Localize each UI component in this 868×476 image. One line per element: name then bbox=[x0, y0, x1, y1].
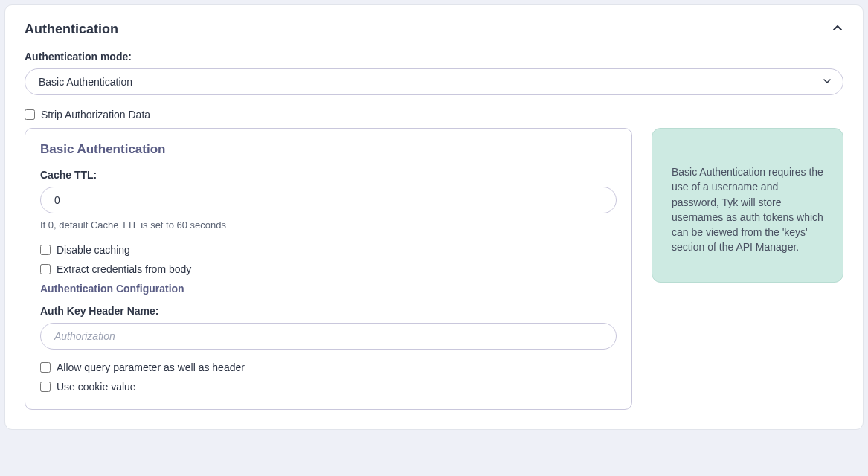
use-cookie-label[interactable]: Use cookie value bbox=[57, 381, 136, 393]
basic-auth-panel: Basic Authentication Cache TTL: If 0, de… bbox=[25, 128, 632, 410]
extract-creds-row: Extract credentials from body bbox=[40, 263, 617, 275]
chevron-up-icon bbox=[832, 22, 843, 34]
strip-auth-row: Strip Authorization Data bbox=[25, 109, 843, 120]
extract-creds-checkbox[interactable] bbox=[40, 264, 51, 274]
cache-ttl-hint: If 0, default Cache TTL is set to 60 sec… bbox=[40, 219, 617, 231]
panel-header: Authentication bbox=[25, 22, 843, 37]
panel-title: Authentication bbox=[25, 22, 118, 37]
info-box: Basic Authentication requires the use of… bbox=[652, 128, 843, 283]
allow-query-row: Allow query parameter as well as header bbox=[40, 361, 617, 373]
auth-header-input[interactable] bbox=[40, 323, 617, 350]
auth-header-label: Auth Key Header Name: bbox=[40, 305, 617, 317]
left-column: Basic Authentication Cache TTL: If 0, de… bbox=[25, 128, 632, 410]
cache-ttl-input[interactable] bbox=[40, 187, 617, 213]
right-column: Basic Authentication requires the use of… bbox=[652, 128, 843, 283]
columns: Basic Authentication Cache TTL: If 0, de… bbox=[25, 128, 843, 410]
auth-mode-select-wrap bbox=[25, 68, 843, 95]
strip-auth-checkbox[interactable] bbox=[25, 109, 35, 120]
disable-caching-row: Disable caching bbox=[40, 244, 617, 256]
auth-config-subtitle: Authentication Configuration bbox=[40, 283, 617, 295]
cache-ttl-label: Cache TTL: bbox=[40, 169, 617, 181]
use-cookie-checkbox[interactable] bbox=[40, 382, 51, 392]
disable-caching-label[interactable]: Disable caching bbox=[57, 244, 130, 256]
auth-mode-select[interactable] bbox=[25, 68, 843, 95]
basic-auth-title: Basic Authentication bbox=[40, 142, 617, 157]
allow-query-checkbox[interactable] bbox=[40, 362, 51, 373]
use-cookie-row: Use cookie value bbox=[40, 381, 617, 393]
collapse-toggle[interactable] bbox=[832, 22, 843, 36]
strip-auth-label[interactable]: Strip Authorization Data bbox=[41, 109, 150, 120]
auth-mode-label: Authentication mode: bbox=[25, 51, 843, 62]
disable-caching-checkbox[interactable] bbox=[40, 245, 51, 255]
extract-creds-label[interactable]: Extract credentials from body bbox=[57, 263, 191, 275]
allow-query-label[interactable]: Allow query parameter as well as header bbox=[57, 361, 245, 373]
authentication-panel: Authentication Authentication mode: Stri… bbox=[4, 4, 864, 430]
